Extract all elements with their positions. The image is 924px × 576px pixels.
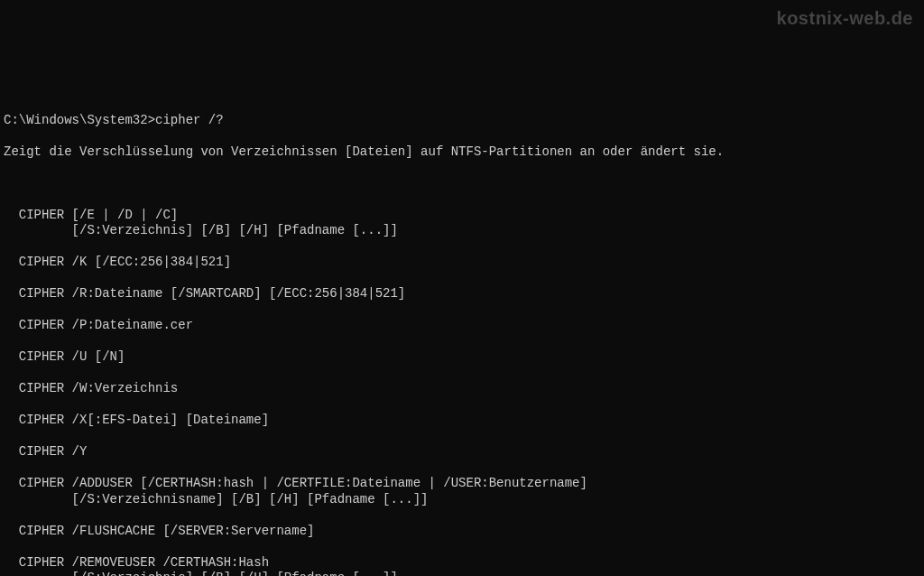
usage-line xyxy=(4,507,920,524)
usage-line xyxy=(4,397,920,413)
terminal-output: C:\Windows\System32>cipher /? Zeigt die … xyxy=(4,97,920,576)
watermark-text: kostnix-web.de xyxy=(777,7,913,30)
prompt-line: C:\Windows\System32>cipher /? xyxy=(4,113,920,129)
help-description: Zeigt die Verschlüsselung von Verzeichni… xyxy=(4,144,920,161)
usage-line: [/S:Verzeichnisname] [/B] [/H] [Pfadname… xyxy=(4,492,920,508)
usage-line: [/S:Verzeichnis] [/B] [/H] [Pfadname [..… xyxy=(4,223,920,239)
prompt-path: C:\Windows\System32> xyxy=(4,113,155,127)
usage-line xyxy=(4,302,920,319)
usage-line: CIPHER /R:Dateiname [/SMARTCARD] [/ECC:2… xyxy=(4,286,920,302)
blank-line xyxy=(4,176,920,192)
command-typed: cipher /? xyxy=(155,113,224,127)
usage-line: CIPHER /FLUSHCACHE [/SERVER:Servername] xyxy=(4,524,920,540)
usage-line xyxy=(4,366,920,382)
usage-line: [/S:Verzeichnis] [/B] [/H] [Pfadname [..… xyxy=(4,571,920,576)
usage-line: CIPHER /U [/N] xyxy=(4,349,920,366)
usage-line xyxy=(4,460,920,477)
usage-line: CIPHER /ADDUSER [/CERTHASH:hash | /CERTF… xyxy=(4,476,920,492)
usage-line xyxy=(4,239,920,255)
usage-line: CIPHER /REMOVEUSER /CERTHASH:Hash xyxy=(4,555,920,571)
usage-line: CIPHER /W:Verzeichnis xyxy=(4,381,920,397)
usage-line xyxy=(4,429,920,445)
usage-line xyxy=(4,539,920,555)
usage-line: CIPHER /P:Dateiname.cer xyxy=(4,318,920,334)
usage-line: CIPHER /K [/ECC:256|384|521] xyxy=(4,255,920,271)
usage-line xyxy=(4,271,920,287)
usage-line: CIPHER /X[:EFS-Datei] [Dateiname] xyxy=(4,413,920,429)
usage-block: CIPHER [/E | /D | /C] [/S:Verzeichnis] [… xyxy=(4,208,920,577)
usage-line: CIPHER /Y xyxy=(4,444,920,460)
usage-line: CIPHER [/E | /D | /C] xyxy=(4,208,920,224)
usage-line xyxy=(4,334,920,350)
